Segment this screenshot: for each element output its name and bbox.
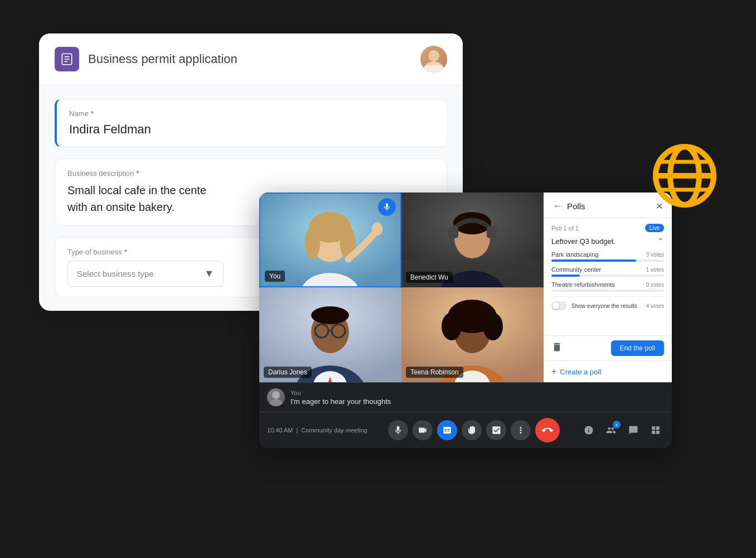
show-results-votes: 4 votes <box>646 303 664 309</box>
poll-page: Poll 1 of 1 <box>551 225 579 232</box>
svg-rect-25 <box>487 226 497 238</box>
toggle-knob <box>553 302 559 309</box>
required-star-2: * <box>136 169 139 177</box>
video-cell-darius: Darius Jones <box>259 287 401 382</box>
svg-point-41 <box>483 312 503 340</box>
required-star-3: * <box>124 248 127 256</box>
create-poll-plus-icon: + <box>551 367 556 377</box>
polls-back-button[interactable]: ← <box>553 200 563 212</box>
form-header-left: Business permit application <box>55 47 238 71</box>
name-value: Indira Feldman <box>69 122 434 137</box>
create-poll-row[interactable]: + Create a poll <box>544 360 672 382</box>
video-cell-you: You <box>259 193 401 287</box>
polls-actions: End the poll <box>544 335 672 360</box>
business-type-placeholder: Select business type <box>77 269 154 278</box>
chat-bubble: You I'm eager to hear your thoughts <box>290 389 664 406</box>
globe-icon <box>651 142 718 209</box>
chat-avatar <box>267 388 285 406</box>
poll-bar-bg-1 <box>551 259 664 262</box>
poll-question: Leftover Q3 budget. ⌃ <box>551 237 664 246</box>
participant-name-benedict: Benedict Wu <box>406 272 453 283</box>
poll-bar-bg-3 <box>551 290 664 292</box>
meeting-name: Community day meeting <box>301 427 367 434</box>
more-options-button[interactable] <box>511 420 531 440</box>
mic-active-btn[interactable] <box>378 198 396 216</box>
chevron-down-icon: ▼ <box>204 268 214 280</box>
form-header: Business permit application <box>39 33 463 85</box>
name-field[interactable]: Name * Indira Feldman <box>55 99 447 147</box>
poll-bar-bg-2 <box>551 275 664 277</box>
raise-hand-button[interactable] <box>462 420 482 440</box>
poll-votes-3: 0 votes <box>646 282 664 288</box>
svg-rect-24 <box>448 226 458 238</box>
poll-option-3: Theatre refurbishments 0 votes <box>551 281 664 292</box>
polls-panel: ← Polls ✕ Poll 1 of 1 Live Leftover Q3 b… <box>544 193 672 382</box>
create-poll-label: Create a poll <box>560 368 601 376</box>
end-poll-button[interactable]: End the poll <box>611 340 664 356</box>
svg-point-42 <box>269 399 283 406</box>
grid-view-button[interactable] <box>647 422 664 439</box>
live-badge: Live <box>645 224 664 232</box>
participants-count: 4 <box>613 421 621 429</box>
svg-point-34 <box>311 306 349 324</box>
polls-body: Poll 1 of 1 Live Leftover Q3 budget. ⌃ P… <box>544 218 672 335</box>
participant-name-darius: Darius Jones <box>264 367 312 378</box>
controls-left: 10:40 AM | Community day meeting <box>267 427 367 434</box>
chat-message: I'm eager to hear your thoughts <box>290 397 664 406</box>
polls-title: Polls <box>567 201 585 211</box>
poll-votes-2: 1 votes <box>646 267 664 273</box>
controls-center <box>388 418 560 442</box>
end-call-button[interactable] <box>535 418 560 442</box>
user-avatar <box>420 46 447 73</box>
chat-button[interactable] <box>625 422 642 439</box>
svg-point-40 <box>442 312 462 340</box>
mic-button[interactable] <box>388 420 408 440</box>
business-type-select[interactable]: Select business type ▼ <box>67 261 224 287</box>
poll-option-1: Park landscaping 3 votes <box>551 251 664 262</box>
video-cell-teena: Teena Robinson <box>401 287 544 382</box>
video-container: You <box>259 193 672 382</box>
meeting-time: 10:40 AM <box>267 427 293 434</box>
svg-point-18 <box>372 223 383 236</box>
poll-option-label-1: Park landscaping <box>551 251 598 258</box>
participant-name-teena: Teena Robinson <box>406 367 463 378</box>
poll-bar-fill-1 <box>551 259 636 262</box>
poll-bar-fill-2 <box>551 275 580 277</box>
chat-sender: You <box>290 389 664 396</box>
form-title: Business permit application <box>88 52 238 66</box>
svg-point-43 <box>272 391 280 399</box>
participants-button[interactable]: 4 <box>603 422 619 439</box>
show-results-label: Show everyone the results <box>571 303 642 309</box>
chat-area: You I'm eager to hear your thoughts <box>259 382 672 412</box>
name-label: Name * <box>69 109 434 118</box>
camera-button[interactable] <box>413 420 433 440</box>
poll-option-label-2: Community center <box>551 266 601 273</box>
form-icon <box>55 47 79 71</box>
show-results-row: Show everyone the results 4 votes <box>551 301 664 310</box>
required-star: * <box>91 109 94 118</box>
poll-votes-1: 3 votes <box>646 252 664 258</box>
delete-poll-button[interactable] <box>551 341 563 355</box>
info-button[interactable] <box>580 422 597 439</box>
globe-svg <box>651 142 718 209</box>
polls-header-left: ← Polls <box>553 200 585 212</box>
controls-right: 4 <box>580 422 664 439</box>
poll-divider <box>551 296 664 297</box>
video-call-card: You <box>259 193 672 448</box>
video-cell-benedict: Benedict Wu <box>401 193 544 287</box>
poll-option-2: Community center 1 votes <box>551 266 664 277</box>
video-grid: You <box>259 193 544 382</box>
poll-option-label-3: Theatre refurbishments <box>551 281 615 288</box>
business-description-label: Business description * <box>67 169 434 177</box>
participant-name-you: You <box>265 271 285 282</box>
svg-point-10 <box>428 50 439 61</box>
poll-meta: Poll 1 of 1 Live <box>551 224 664 232</box>
captions-button[interactable] <box>437 420 457 440</box>
show-results-toggle[interactable] <box>551 301 567 310</box>
video-controls-bar: 10:40 AM | Community day meeting <box>259 412 672 448</box>
activities-button[interactable] <box>486 420 506 440</box>
svg-rect-11 <box>423 65 445 73</box>
svg-point-16 <box>305 226 321 259</box>
